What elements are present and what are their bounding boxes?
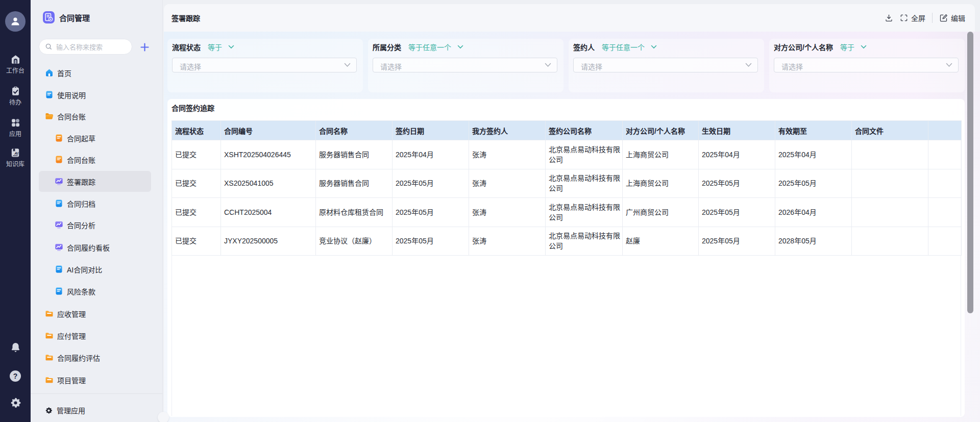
svg-text:AI: AI <box>14 151 19 156</box>
svg-text:?: ? <box>13 372 18 380</box>
